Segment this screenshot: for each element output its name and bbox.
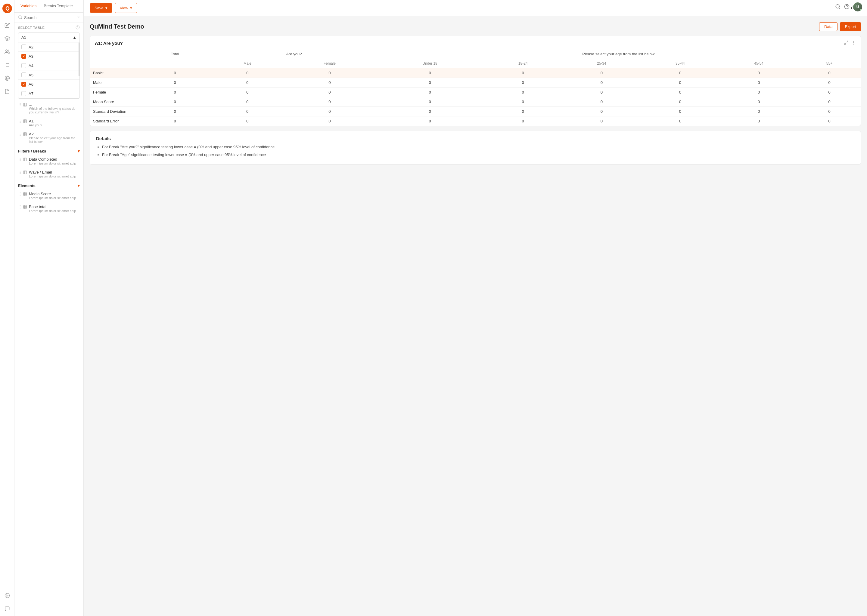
drag-handle: ⠿ bbox=[18, 157, 21, 162]
cell-value: 0 bbox=[562, 107, 641, 116]
svg-line-53 bbox=[847, 41, 848, 42]
svg-marker-13 bbox=[6, 595, 8, 596]
filter-item-data-completed[interactable]: ⠿ Data Completed Lorem ipsum dolor sit a… bbox=[14, 155, 84, 168]
avatar[interactable]: U bbox=[853, 2, 862, 11]
cell-value: 0 bbox=[376, 116, 484, 126]
checkbox-A4[interactable] bbox=[21, 63, 26, 68]
search-input[interactable] bbox=[24, 15, 75, 20]
table-row: Female000000000 bbox=[90, 88, 861, 97]
tab-variables[interactable]: Variables bbox=[18, 0, 39, 13]
more-options-icon[interactable] bbox=[851, 40, 856, 46]
list-icon[interactable] bbox=[4, 61, 11, 69]
table-row: Basic:000000000 bbox=[90, 68, 861, 78]
dropdown-item-A7[interactable]: A7 bbox=[18, 89, 79, 98]
element-table-icon-2 bbox=[23, 204, 27, 210]
col-sub-under18: Under 18 bbox=[376, 59, 484, 68]
cell-value: 0 bbox=[376, 68, 484, 78]
svg-rect-21 bbox=[24, 103, 27, 107]
cell-value: 0 bbox=[212, 88, 283, 97]
tab-breaks-template[interactable]: Breaks Template bbox=[41, 0, 75, 13]
svg-rect-25 bbox=[24, 120, 27, 123]
cell-value: 0 bbox=[641, 78, 719, 88]
cell-value: 0 bbox=[283, 107, 376, 116]
cell-value: 0 bbox=[138, 78, 212, 88]
dropdown-item-A2[interactable]: A2 bbox=[18, 42, 79, 52]
svg-text:Q: Q bbox=[5, 5, 9, 11]
view-dropdown-arrow: ▾ bbox=[130, 6, 132, 10]
globe-icon[interactable] bbox=[4, 75, 11, 82]
chevron-down-icon: ▾ bbox=[78, 149, 80, 153]
cell-value: 0 bbox=[212, 97, 283, 107]
people-icon[interactable] bbox=[4, 48, 11, 55]
cell-value: 0 bbox=[283, 78, 376, 88]
edit-icon[interactable] bbox=[4, 22, 11, 29]
row-label: Standard Deviation bbox=[90, 107, 138, 116]
col-sub-female: Female bbox=[283, 59, 376, 68]
dropdown-selected-value: A1 bbox=[21, 35, 26, 40]
cell-value: 0 bbox=[719, 68, 798, 78]
cell-value: 0 bbox=[562, 116, 641, 126]
checkbox-A2[interactable] bbox=[21, 44, 26, 49]
svg-point-3 bbox=[5, 50, 7, 52]
document-icon[interactable] bbox=[4, 88, 11, 95]
element-item-base-total[interactable]: ⠿ Base total Lorem ipsum dolor sit amet … bbox=[14, 202, 84, 215]
card-header: A1: Are you? bbox=[90, 36, 861, 49]
checkbox-A5[interactable] bbox=[21, 72, 26, 77]
cell-value: 0 bbox=[212, 116, 283, 126]
dropdown-item-A6[interactable]: A6 bbox=[18, 80, 79, 89]
col-header-group2: Please select your age from the list bel… bbox=[376, 49, 861, 59]
element-item-media-score[interactable]: ⠿ Media Score Lorem ipsum dolor sit amet… bbox=[14, 189, 84, 202]
checkbox-A3[interactable] bbox=[21, 54, 26, 59]
details-title: Details bbox=[96, 136, 854, 141]
element-table-icon bbox=[23, 192, 27, 197]
help-icon[interactable] bbox=[76, 25, 80, 30]
details-bullet: For Break "Are you?" significance testin… bbox=[102, 144, 854, 150]
chevron-down-icon-2: ▾ bbox=[78, 184, 80, 188]
sidebar-tabs: Variables Breaks Template bbox=[14, 0, 84, 13]
col-header-group1: Are you? bbox=[212, 49, 376, 59]
question-item-A2[interactable]: ⠿ A2 Please select your age from the lis… bbox=[14, 129, 84, 146]
cell-value: 0 bbox=[798, 116, 861, 126]
row-label: Basic: bbox=[90, 68, 138, 78]
app-logo[interactable]: Q bbox=[2, 4, 12, 13]
help-icon-header[interactable] bbox=[844, 4, 850, 10]
layers-icon[interactable] bbox=[4, 35, 11, 42]
cell-value: 0 bbox=[376, 78, 484, 88]
search-icon-header[interactable] bbox=[835, 4, 840, 10]
data-table: Total Are you? Please select your age fr… bbox=[90, 49, 861, 126]
cell-value: 0 bbox=[798, 88, 861, 97]
checkbox-A6[interactable] bbox=[21, 82, 26, 86]
table-row: Standard Error000000000 bbox=[90, 116, 861, 126]
cell-value: 0 bbox=[562, 78, 641, 88]
dropdown-item-A5[interactable]: A5 bbox=[18, 71, 79, 80]
view-button[interactable]: View ▾ bbox=[115, 3, 137, 13]
export-button[interactable]: Export bbox=[840, 22, 861, 31]
filter-icon[interactable] bbox=[76, 15, 81, 20]
question-item-states[interactable]: ⠿ ... Which of the following states do y… bbox=[14, 100, 84, 116]
header-bar: U bbox=[830, 0, 867, 14]
filter-item-wave-email[interactable]: ⠿ Wave / Email Lorem ipsum dolor sit ame… bbox=[14, 168, 84, 181]
data-button[interactable]: Data bbox=[819, 22, 837, 31]
cell-value: 0 bbox=[562, 97, 641, 107]
cell-value: 0 bbox=[798, 78, 861, 88]
search-icon bbox=[18, 15, 22, 20]
dropdown-item-A4[interactable]: A4 bbox=[18, 61, 79, 71]
filters-breaks-header[interactable]: Filters / Breaks ▾ bbox=[14, 146, 84, 155]
cell-value: 0 bbox=[719, 78, 798, 88]
table-dropdown-header[interactable]: A1 ▲ bbox=[18, 33, 79, 42]
col-sub-18-24: 18-24 bbox=[484, 59, 562, 68]
drag-handle: ⠿ bbox=[18, 204, 21, 210]
table-row: Male000000000 bbox=[90, 78, 861, 88]
question-item-A1[interactable]: ⠿ A1 Are you? bbox=[14, 116, 84, 129]
cell-value: 0 bbox=[484, 97, 562, 107]
search-bar bbox=[14, 13, 84, 23]
chat-icon[interactable] bbox=[4, 605, 11, 612]
checkbox-A7[interactable] bbox=[21, 91, 26, 96]
play-icon[interactable] bbox=[4, 592, 11, 599]
table-card: A1: Are you? Total Are you? bbox=[90, 36, 861, 126]
elements-header[interactable]: Elements ▾ bbox=[14, 181, 84, 189]
dropdown-item-A3[interactable]: A3 bbox=[18, 52, 79, 61]
sidebar: Variables Breaks Template SELECT TABLE A… bbox=[14, 0, 84, 616]
expand-icon[interactable] bbox=[844, 40, 849, 46]
save-button[interactable]: Save ▾ bbox=[90, 3, 112, 13]
